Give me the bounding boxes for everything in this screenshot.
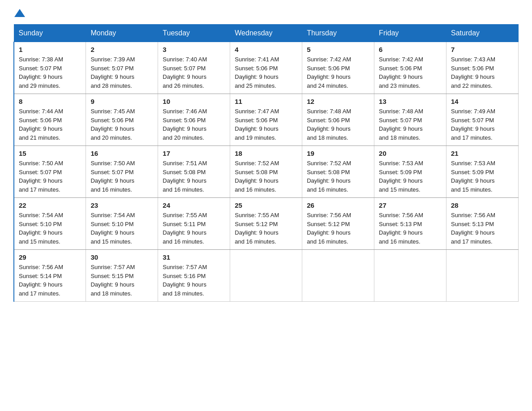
day-number: 12 xyxy=(307,98,369,105)
calendar-cell: 12 Sunrise: 7:48 AM Sunset: 5:06 PM Dayl… xyxy=(302,94,374,146)
week-row-1: 1 Sunrise: 7:38 AM Sunset: 5:07 PM Dayli… xyxy=(14,42,519,94)
day-info: Sunrise: 7:52 AM Sunset: 5:08 PM Dayligh… xyxy=(307,159,369,194)
day-number: 9 xyxy=(90,98,153,105)
day-info: Sunrise: 7:57 AM Sunset: 5:15 PM Dayligh… xyxy=(90,263,153,298)
day-number: 30 xyxy=(90,253,153,261)
calendar-cell: 7 Sunrise: 7:43 AM Sunset: 5:06 PM Dayli… xyxy=(446,42,519,94)
day-number: 31 xyxy=(163,253,225,261)
week-row-5: 29 Sunrise: 7:56 AM Sunset: 5:14 PM Dayl… xyxy=(14,250,519,302)
calendar-cell: 20 Sunrise: 7:53 AM Sunset: 5:09 PM Dayl… xyxy=(374,146,446,198)
day-number: 17 xyxy=(163,150,225,157)
calendar-cell: 31 Sunrise: 7:57 AM Sunset: 5:16 PM Dayl… xyxy=(158,250,230,302)
calendar-cell xyxy=(374,250,446,302)
logo xyxy=(13,9,26,15)
calendar-cell: 17 Sunrise: 7:51 AM Sunset: 5:08 PM Dayl… xyxy=(158,146,230,198)
week-row-3: 15 Sunrise: 7:50 AM Sunset: 5:07 PM Dayl… xyxy=(14,146,519,198)
calendar-cell: 24 Sunrise: 7:55 AM Sunset: 5:11 PM Dayl… xyxy=(158,198,230,250)
day-number: 23 xyxy=(90,201,153,209)
calendar-cell: 21 Sunrise: 7:53 AM Sunset: 5:09 PM Dayl… xyxy=(446,146,519,198)
weekday-header-wednesday: Wednesday xyxy=(230,25,302,42)
day-info: Sunrise: 7:54 AM Sunset: 5:10 PM Dayligh… xyxy=(19,211,81,246)
day-number: 6 xyxy=(379,46,442,53)
day-info: Sunrise: 7:49 AM Sunset: 5:07 PM Dayligh… xyxy=(451,107,514,142)
calendar-table: SundayMondayTuesdayWednesdayThursdayFrid… xyxy=(13,24,519,302)
day-number: 7 xyxy=(451,46,514,53)
calendar-cell: 18 Sunrise: 7:52 AM Sunset: 5:08 PM Dayl… xyxy=(230,146,302,198)
day-number: 24 xyxy=(163,201,225,209)
weekday-header-sunday: Sunday xyxy=(14,25,86,42)
calendar-cell: 4 Sunrise: 7:41 AM Sunset: 5:06 PM Dayli… xyxy=(230,42,302,94)
calendar-cell: 19 Sunrise: 7:52 AM Sunset: 5:08 PM Dayl… xyxy=(302,146,374,198)
day-info: Sunrise: 7:48 AM Sunset: 5:07 PM Dayligh… xyxy=(379,107,442,142)
day-number: 28 xyxy=(451,201,514,209)
calendar-cell: 25 Sunrise: 7:55 AM Sunset: 5:12 PM Dayl… xyxy=(230,198,302,250)
day-info: Sunrise: 7:51 AM Sunset: 5:08 PM Dayligh… xyxy=(163,159,225,194)
day-info: Sunrise: 7:55 AM Sunset: 5:12 PM Dayligh… xyxy=(235,211,297,246)
day-number: 29 xyxy=(19,253,81,261)
day-number: 15 xyxy=(19,150,81,157)
day-info: Sunrise: 7:42 AM Sunset: 5:06 PM Dayligh… xyxy=(307,55,369,90)
logo-triangle-icon xyxy=(14,9,25,17)
calendar-cell: 10 Sunrise: 7:46 AM Sunset: 5:06 PM Dayl… xyxy=(158,94,230,146)
calendar-cell xyxy=(302,250,374,302)
day-info: Sunrise: 7:46 AM Sunset: 5:06 PM Dayligh… xyxy=(163,107,225,142)
calendar-cell xyxy=(230,250,302,302)
calendar-cell: 13 Sunrise: 7:48 AM Sunset: 5:07 PM Dayl… xyxy=(374,94,446,146)
day-info: Sunrise: 7:42 AM Sunset: 5:06 PM Dayligh… xyxy=(379,55,442,90)
week-row-4: 22 Sunrise: 7:54 AM Sunset: 5:10 PM Dayl… xyxy=(14,198,519,250)
day-info: Sunrise: 7:41 AM Sunset: 5:06 PM Dayligh… xyxy=(235,55,297,90)
calendar-cell: 27 Sunrise: 7:56 AM Sunset: 5:13 PM Dayl… xyxy=(374,198,446,250)
day-info: Sunrise: 7:43 AM Sunset: 5:06 PM Dayligh… xyxy=(451,55,514,90)
day-info: Sunrise: 7:47 AM Sunset: 5:06 PM Dayligh… xyxy=(235,107,297,142)
day-number: 4 xyxy=(235,46,297,53)
day-info: Sunrise: 7:54 AM Sunset: 5:10 PM Dayligh… xyxy=(90,211,153,246)
day-info: Sunrise: 7:38 AM Sunset: 5:07 PM Dayligh… xyxy=(19,55,81,90)
day-number: 21 xyxy=(451,150,514,157)
week-row-2: 8 Sunrise: 7:44 AM Sunset: 5:06 PM Dayli… xyxy=(14,94,519,146)
day-info: Sunrise: 7:56 AM Sunset: 5:14 PM Dayligh… xyxy=(19,263,81,298)
weekday-header-friday: Friday xyxy=(374,25,446,42)
weekday-header-monday: Monday xyxy=(86,25,158,42)
day-number: 11 xyxy=(235,98,297,105)
day-number: 3 xyxy=(163,46,225,53)
weekday-header-saturday: Saturday xyxy=(446,25,519,42)
day-info: Sunrise: 7:57 AM Sunset: 5:16 PM Dayligh… xyxy=(163,263,225,298)
weekday-header-tuesday: Tuesday xyxy=(158,25,230,42)
calendar-cell: 26 Sunrise: 7:56 AM Sunset: 5:12 PM Dayl… xyxy=(302,198,374,250)
day-info: Sunrise: 7:48 AM Sunset: 5:06 PM Dayligh… xyxy=(307,107,369,142)
calendar-cell xyxy=(446,250,519,302)
weekday-header-row: SundayMondayTuesdayWednesdayThursdayFrid… xyxy=(14,25,519,42)
day-info: Sunrise: 7:44 AM Sunset: 5:06 PM Dayligh… xyxy=(19,107,81,142)
day-number: 22 xyxy=(19,201,81,209)
day-info: Sunrise: 7:55 AM Sunset: 5:11 PM Dayligh… xyxy=(163,211,225,246)
logo-text xyxy=(13,9,26,17)
day-number: 10 xyxy=(163,98,225,105)
calendar-cell: 28 Sunrise: 7:56 AM Sunset: 5:13 PM Dayl… xyxy=(446,198,519,250)
calendar-cell: 1 Sunrise: 7:38 AM Sunset: 5:07 PM Dayli… xyxy=(14,42,86,94)
calendar-cell: 3 Sunrise: 7:40 AM Sunset: 5:07 PM Dayli… xyxy=(158,42,230,94)
day-info: Sunrise: 7:52 AM Sunset: 5:08 PM Dayligh… xyxy=(235,159,297,194)
weekday-header-thursday: Thursday xyxy=(302,25,374,42)
day-number: 8 xyxy=(19,98,81,105)
calendar-cell: 30 Sunrise: 7:57 AM Sunset: 5:15 PM Dayl… xyxy=(86,250,158,302)
page-header xyxy=(13,9,519,15)
day-number: 13 xyxy=(379,98,442,105)
calendar-cell: 9 Sunrise: 7:45 AM Sunset: 5:06 PM Dayli… xyxy=(86,94,158,146)
calendar-cell: 14 Sunrise: 7:49 AM Sunset: 5:07 PM Dayl… xyxy=(446,94,519,146)
calendar-cell: 5 Sunrise: 7:42 AM Sunset: 5:06 PM Dayli… xyxy=(302,42,374,94)
day-number: 2 xyxy=(90,46,153,53)
day-info: Sunrise: 7:53 AM Sunset: 5:09 PM Dayligh… xyxy=(451,159,514,194)
calendar-cell: 2 Sunrise: 7:39 AM Sunset: 5:07 PM Dayli… xyxy=(86,42,158,94)
day-number: 18 xyxy=(235,150,297,157)
day-number: 25 xyxy=(235,201,297,209)
day-number: 14 xyxy=(451,98,514,105)
calendar-cell: 23 Sunrise: 7:54 AM Sunset: 5:10 PM Dayl… xyxy=(86,198,158,250)
day-info: Sunrise: 7:56 AM Sunset: 5:12 PM Dayligh… xyxy=(307,211,369,246)
calendar-cell: 29 Sunrise: 7:56 AM Sunset: 5:14 PM Dayl… xyxy=(14,250,86,302)
day-number: 27 xyxy=(379,201,442,209)
calendar-cell: 15 Sunrise: 7:50 AM Sunset: 5:07 PM Dayl… xyxy=(14,146,86,198)
calendar-cell: 8 Sunrise: 7:44 AM Sunset: 5:06 PM Dayli… xyxy=(14,94,86,146)
calendar-cell: 11 Sunrise: 7:47 AM Sunset: 5:06 PM Dayl… xyxy=(230,94,302,146)
day-info: Sunrise: 7:45 AM Sunset: 5:06 PM Dayligh… xyxy=(90,107,153,142)
day-info: Sunrise: 7:50 AM Sunset: 5:07 PM Dayligh… xyxy=(19,159,81,194)
